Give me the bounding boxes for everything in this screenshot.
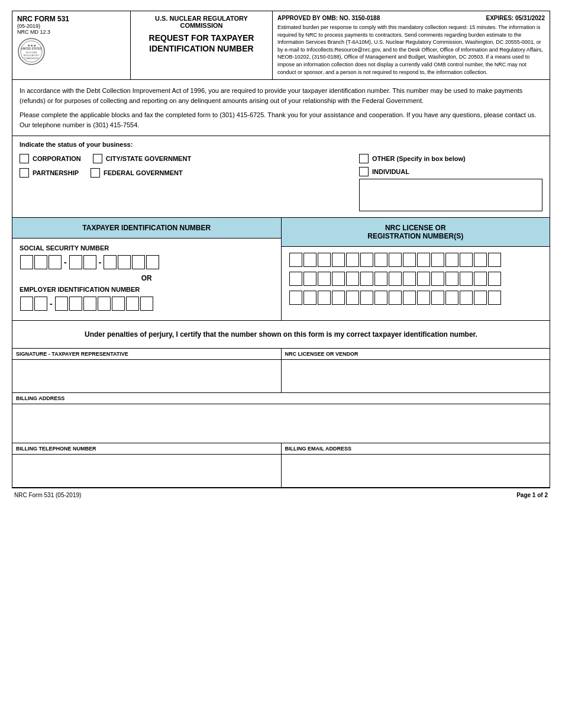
footer-left: NRC Form 531 (05-2019) <box>14 492 81 498</box>
logo-area: UNITED STATES NUCLEAR REGULATORY COMMISS… <box>17 37 125 66</box>
nrc-r3-d9[interactable] <box>403 291 416 305</box>
ein-d3[interactable] <box>55 297 68 311</box>
ein-d5[interactable] <box>83 297 96 311</box>
billing-telephone-label: BILLING TELEPHONE NUMBER <box>12 443 281 455</box>
nrc-r3-d6[interactable] <box>360 291 373 305</box>
status-title: Indicate the status of your business: <box>20 141 542 148</box>
ein-d4[interactable] <box>69 297 82 311</box>
signature-section: SIGNATURE - TAXPAYER REPRESENTATIVE NRC … <box>12 349 550 393</box>
individual-checkbox[interactable] <box>359 167 369 176</box>
svg-text:UNITED STATES: UNITED STATES <box>21 47 41 50</box>
nrc-r1-d4[interactable] <box>332 253 345 267</box>
nrc-r1-d3[interactable] <box>318 253 331 267</box>
header-row: NRC FORM 531 (05-2019) NRC MD 12.3 UNITE… <box>12 11 550 80</box>
nrc-r2-d9[interactable] <box>403 272 416 286</box>
corporation-label: CORPORATION <box>33 155 81 162</box>
nrc-r2-d12[interactable] <box>445 272 458 286</box>
nrc-r2-d6[interactable] <box>360 272 373 286</box>
other-specify-box[interactable] <box>359 179 542 211</box>
nrc-r3-d12[interactable] <box>445 291 458 305</box>
ssn-label: SOCIAL SECURITY NUMBER <box>20 244 274 252</box>
federal-gov-checkbox[interactable] <box>91 168 100 178</box>
ssn-d7[interactable] <box>118 255 131 269</box>
nrc-r1-d9[interactable] <box>403 253 416 267</box>
billing-email-field[interactable] <box>282 455 550 487</box>
billing-telephone-panel: BILLING TELEPHONE NUMBER <box>12 443 282 487</box>
city-state-gov-checkbox[interactable] <box>93 154 102 163</box>
nrc-r3-d5[interactable] <box>346 291 359 305</box>
billing-address-field[interactable] <box>12 404 550 443</box>
ssn-d9[interactable] <box>146 255 159 269</box>
ssn-d4[interactable] <box>69 255 82 269</box>
ssn-d6[interactable] <box>104 255 117 269</box>
nrc-r1-d13[interactable] <box>460 253 473 267</box>
ssn-boxes: - - <box>20 255 274 269</box>
ssn-d5[interactable] <box>83 255 96 269</box>
nrc-r3-d8[interactable] <box>389 291 402 305</box>
nrc-r1-d1[interactable] <box>289 253 302 267</box>
nrc-r2-d4[interactable] <box>332 272 345 286</box>
city-state-gov-checkbox-item: CITY/STATE GOVERNMENT <box>93 154 191 163</box>
ein-d1[interactable] <box>20 297 33 311</box>
ein-label: EMPLOYER IDENTIFICATION NUMBER <box>20 286 274 293</box>
ssn-d2[interactable] <box>34 255 47 269</box>
ssn-d8[interactable] <box>132 255 145 269</box>
commission-name: U.S. NUCLEAR REGULATORY COMMISSION <box>135 15 267 29</box>
nrc-r2-d13[interactable] <box>460 272 473 286</box>
nrc-r2-d2[interactable] <box>303 272 316 286</box>
other-label: OTHER (Specify in box below) <box>372 155 466 162</box>
ein-d2[interactable] <box>34 297 47 311</box>
ein-d6[interactable] <box>98 297 111 311</box>
ein-d8[interactable] <box>126 297 139 311</box>
nrc-r1-d15[interactable] <box>488 253 501 267</box>
nrc-r1-d14[interactable] <box>474 253 487 267</box>
ein-d7[interactable] <box>112 297 125 311</box>
ein-d9[interactable] <box>140 297 153 311</box>
corporation-checkbox-item: CORPORATION <box>20 154 81 163</box>
nrc-r2-d3[interactable] <box>318 272 331 286</box>
nrc-r1-d7[interactable] <box>374 253 387 267</box>
ssn-dash1: - <box>64 257 67 267</box>
header-right: APPROVED BY OMB: NO. 3150-0188 EXPIRES: … <box>273 11 550 79</box>
nrc-r1-d8[interactable] <box>389 253 402 267</box>
nrc-r1-d10[interactable] <box>417 253 430 267</box>
nrc-r3-d13[interactable] <box>460 291 473 305</box>
nrc-r3-d14[interactable] <box>474 291 487 305</box>
status-grid: CORPORATION CITY/STATE GOVERNMENT PARTNE… <box>20 154 542 211</box>
nrc-r3-d1[interactable] <box>289 291 302 305</box>
nrc-r1-d5[interactable] <box>346 253 359 267</box>
taxpayer-id-panel: TAXPAYER IDENTIFICATION NUMBER SOCIAL SE… <box>12 218 282 320</box>
nrc-r2-d14[interactable] <box>474 272 487 286</box>
nrc-r1-d6[interactable] <box>360 253 373 267</box>
billing-telephone-field[interactable] <box>12 455 281 487</box>
nrc-r1-d12[interactable] <box>445 253 458 267</box>
nrc-r2-d5[interactable] <box>346 272 359 286</box>
nrc-r2-d10[interactable] <box>417 272 430 286</box>
nrc-r3-d4[interactable] <box>332 291 345 305</box>
sig-nrc-field[interactable] <box>282 360 550 392</box>
nrc-r1-d2[interactable] <box>303 253 316 267</box>
nrc-r3-d10[interactable] <box>417 291 430 305</box>
sig-taxpayer-field[interactable] <box>12 360 281 392</box>
perjury-text: Under penalties of perjury, I certify th… <box>85 330 477 339</box>
nrc-r3-d7[interactable] <box>374 291 387 305</box>
nrc-r3-d15[interactable] <box>488 291 501 305</box>
nrc-r3-d3[interactable] <box>318 291 331 305</box>
nrc-row-3 <box>289 291 543 305</box>
billing-address-label: BILLING ADDRESS <box>12 393 550 404</box>
ssn-d3[interactable] <box>49 255 62 269</box>
nrc-r2-d7[interactable] <box>374 272 387 286</box>
nrc-r2-d11[interactable] <box>431 272 444 286</box>
nrc-r2-d15[interactable] <box>488 272 501 286</box>
nrc-r2-d8[interactable] <box>389 272 402 286</box>
nrc-r3-d11[interactable] <box>431 291 444 305</box>
nrc-r1-d11[interactable] <box>431 253 444 267</box>
nrc-r2-d1[interactable] <box>289 272 302 286</box>
partnership-checkbox[interactable] <box>20 168 29 178</box>
ssn-d1[interactable] <box>20 255 33 269</box>
other-row: OTHER (Specify in box below) <box>359 154 542 163</box>
other-checkbox[interactable] <box>359 154 369 163</box>
nrc-license-header: NRC LICENSE OR REGISTRATION NUMBER(S) <box>282 218 550 247</box>
nrc-r3-d2[interactable] <box>303 291 316 305</box>
corporation-checkbox[interactable] <box>20 154 29 163</box>
